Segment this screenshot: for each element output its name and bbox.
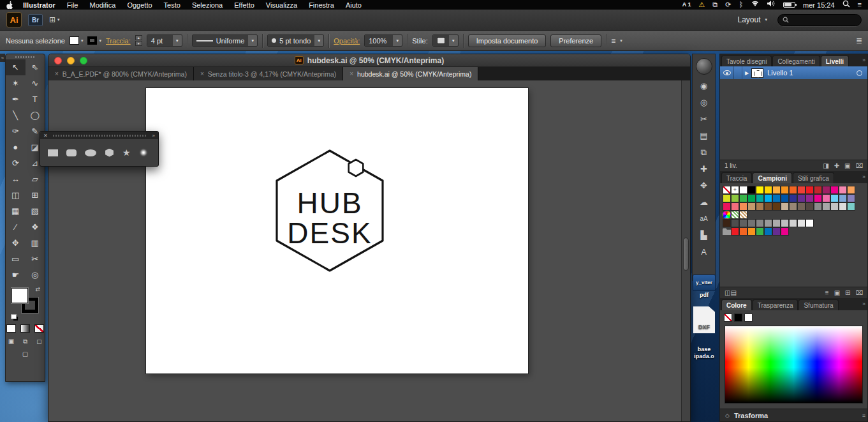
direct-selection-tool[interactable]: ⇖	[26, 59, 45, 75]
perspective-grid-tool[interactable]: ⊞	[26, 187, 45, 203]
color-swatch[interactable]	[764, 227, 772, 236]
menubar-item[interactable]: Finestra	[303, 1, 340, 9]
polygon-tool-icon[interactable]	[105, 149, 114, 157]
color-swatch[interactable]	[830, 186, 839, 194]
color-swatch[interactable]	[839, 194, 847, 202]
battery-icon[interactable]	[783, 2, 795, 8]
layer-row[interactable]: ▶ Livello 1	[720, 66, 867, 79]
fill-stroke-indicator[interactable]: ⇄	[10, 285, 41, 320]
graph-icon[interactable]: ▙	[701, 230, 707, 240]
color-swatch[interactable]	[772, 186, 781, 194]
tab-close-icon[interactable]: ×	[55, 70, 59, 77]
color-swatch[interactable]	[789, 219, 797, 227]
color-swatch[interactable]	[805, 219, 814, 227]
desktop-file-pdf[interactable]: y_viter pdf	[691, 275, 717, 299]
symbols-icon[interactable]: ✥	[700, 181, 707, 190]
column-graph-tool[interactable]: ▥	[26, 235, 45, 251]
color-swatch[interactable]	[739, 202, 747, 211]
panel-dock-knob[interactable]	[696, 58, 712, 75]
wifi-icon[interactable]	[751, 0, 760, 10]
color-swatch[interactable]	[756, 194, 764, 202]
hubdesk-logo[interactable]: HUB DESK	[146, 88, 528, 373]
color-swatch[interactable]	[739, 186, 747, 194]
menubar-item[interactable]: Aiuto	[340, 1, 367, 9]
swap-fill-stroke-icon[interactable]: ⇄	[35, 286, 40, 292]
character-icon[interactable]: aA	[700, 214, 707, 223]
color-swatch[interactable]	[781, 186, 789, 194]
draw-behind-button[interactable]: ⧉	[20, 337, 30, 345]
tab-trasparenza[interactable]: Trasparenza	[753, 299, 798, 310]
artboards-panel-icon[interactable]: ⧉	[701, 147, 707, 157]
gradient-mode-button[interactable]	[20, 324, 30, 333]
line-segment-tool[interactable]: ╲	[6, 107, 26, 123]
color-swatch[interactable]	[789, 194, 797, 202]
swatch-libraries-icon[interactable]: ◫	[725, 289, 730, 296]
menubar-clock[interactable]: mer 15:24	[803, 1, 835, 9]
color-swatch[interactable]	[731, 202, 739, 211]
folder-swatch[interactable]	[723, 227, 731, 236]
logo-small-hexagon[interactable]	[349, 160, 364, 176]
color-swatch[interactable]	[814, 202, 822, 211]
default-fill-stroke-icon[interactable]	[11, 314, 17, 319]
width-tool[interactable]: ↔	[6, 171, 26, 187]
none-swatch[interactable]	[723, 186, 731, 194]
color-swatch[interactable]	[839, 186, 847, 194]
scrollbar-thumb[interactable]	[683, 237, 689, 271]
color-swatch[interactable]	[723, 194, 731, 202]
tab-colore[interactable]: Colore	[721, 299, 752, 310]
zoom-window-button[interactable]	[80, 57, 87, 64]
document-tab[interactable]: ×B_A_E.PDF* @ 800% (CMYK/Anteprima)	[48, 67, 194, 80]
tab-livelli[interactable]: Livelli	[821, 56, 849, 66]
color-swatch[interactable]	[839, 202, 847, 211]
layer-name[interactable]: Livello 1	[767, 69, 793, 77]
stroke-weight-stepper[interactable]: ▲▼	[135, 35, 142, 46]
swatch-options-icon[interactable]: ≡	[825, 289, 829, 296]
lasso-tool[interactable]: ∿	[26, 75, 45, 91]
notification-center-icon[interactable]: ≡	[858, 0, 862, 10]
apple-menu-icon[interactable]	[6, 1, 13, 9]
window-titlebar[interactable]: Ai hubdesk.ai @ 50% (CMYK/Anteprima)	[48, 54, 690, 67]
rectangle-tool-icon[interactable]	[48, 149, 58, 156]
reg-swatch[interactable]: +	[731, 186, 739, 194]
collapse-dock-icon[interactable]: »	[862, 57, 865, 63]
color-swatch[interactable]	[739, 227, 747, 236]
collapse-dock-icon[interactable]: »	[862, 174, 865, 180]
preferences-button[interactable]: Preferenze	[550, 34, 601, 47]
tab-tavole-disegni[interactable]: Tavole disegni	[721, 56, 772, 66]
free-transform-tool[interactable]: ▱	[26, 171, 45, 187]
color-swatch[interactable]	[747, 202, 756, 211]
delete-layer-icon[interactable]: ⌧	[855, 162, 863, 169]
tab-traccia[interactable]: Traccia	[721, 172, 752, 183]
color-swatch[interactable]	[805, 202, 814, 211]
draw-inside-button[interactable]: ◻	[34, 337, 44, 345]
color-swatch[interactable]	[764, 202, 772, 211]
panel-menu-icon[interactable]: ≡	[862, 412, 865, 419]
menubar-item[interactable]: Testo	[158, 1, 186, 9]
document-setup-button[interactable]: Imposta documento	[468, 34, 547, 47]
close-window-button[interactable]	[54, 57, 62, 64]
color-swatch[interactable]	[797, 194, 805, 202]
color-swatch[interactable]	[747, 219, 756, 227]
gradient-tool[interactable]: ▧	[26, 203, 45, 219]
document-tab[interactable]: ×hubdesk.ai @ 50% (CMYK/Anteprima)	[343, 67, 478, 80]
rotate-tool[interactable]: ⟳	[6, 155, 26, 171]
cloud-icon[interactable]: ☁	[700, 197, 708, 207]
hand-tool[interactable]: ☛	[6, 267, 26, 283]
color-swatch[interactable]	[781, 227, 789, 236]
none-mode-button[interactable]	[34, 324, 44, 333]
color-swatch[interactable]	[772, 219, 781, 227]
color-swatch[interactable]	[731, 219, 739, 227]
make-mask-icon[interactable]: ◨	[823, 162, 828, 169]
flare-tool-icon[interactable]	[139, 148, 148, 157]
panel-grip[interactable]	[15, 56, 35, 58]
fill-color-control[interactable]: ▾	[70, 36, 84, 45]
volume-icon[interactable]	[767, 0, 776, 10]
magic-wand-tool[interactable]: ✶	[6, 75, 26, 91]
tab-close-icon[interactable]: ×	[349, 70, 353, 77]
color-spectrum[interactable]	[725, 326, 863, 403]
fill-proxy-swatch[interactable]	[11, 288, 28, 303]
glyphs-icon[interactable]: A	[701, 247, 707, 257]
swatch-kinds-icon[interactable]: ▤	[730, 289, 736, 296]
symbol-sprayer-tool[interactable]: ✥	[6, 235, 26, 251]
desktop-file-base[interactable]: base ipada.o	[689, 346, 719, 360]
